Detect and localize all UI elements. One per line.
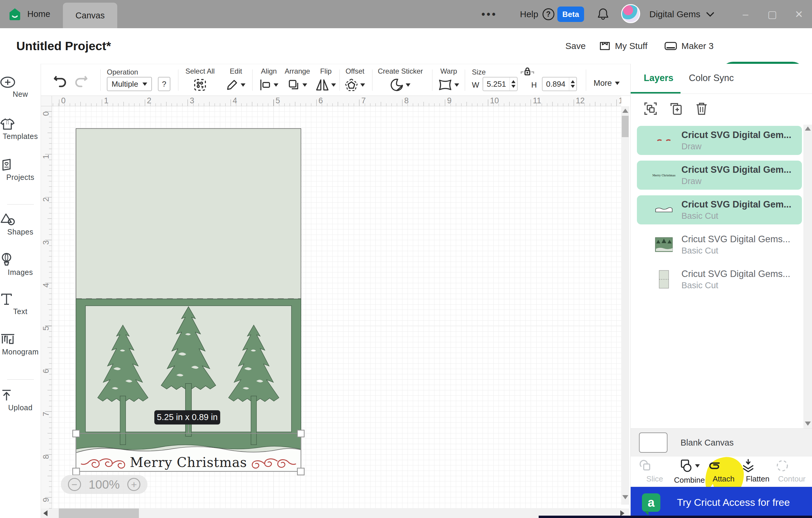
sidebar-item-label: Templates: [0, 132, 41, 141]
selection-handle-top-left[interactable]: [73, 430, 80, 437]
combine-icon: [679, 459, 693, 472]
warp-button[interactable]: Warp: [434, 67, 463, 92]
scroll-up-icon[interactable]: [805, 126, 811, 131]
sidebar-item-label: Text: [0, 307, 41, 316]
zoom-in-button[interactable]: +: [127, 478, 140, 491]
sidebar-item-templates[interactable]: Templates: [0, 118, 41, 141]
offset-button[interactable]: Offset: [341, 67, 369, 92]
width-input[interactable]: 5.251: [483, 77, 518, 91]
cricut-access-banner[interactable]: a Try Cricut Access for free: [631, 487, 812, 518]
sidebar-item-text[interactable]: Text: [0, 293, 41, 316]
layer-item[interactable]: Cricut SVG Digital Gems... Basic Cut: [637, 265, 802, 294]
help-button[interactable]: Help ?: [520, 0, 554, 28]
vertical-scrollbar[interactable]: [621, 106, 629, 505]
horizontal-scrollbar-thumb[interactable]: [59, 509, 139, 518]
operation-value: Multiple: [112, 80, 138, 89]
layer-item[interactable]: Cricut SVG Digital Gems... Basic Cut: [637, 230, 802, 259]
select-all-icon: [183, 78, 216, 92]
undo-button[interactable]: [53, 73, 67, 87]
layer-item[interactable]: Merry Christmas Cricut SVG Digital Gem..…: [637, 161, 802, 190]
notifications-bell-icon[interactable]: [596, 7, 610, 21]
home-tab[interactable]: Home: [8, 0, 50, 28]
height-input[interactable]: 0.894: [542, 77, 577, 91]
window-maximize-button[interactable]: ▢: [763, 0, 781, 28]
window-minimize-button[interactable]: –: [736, 0, 754, 28]
height-stepper[interactable]: [569, 78, 576, 90]
attach-button[interactable]: Attach: [707, 459, 740, 484]
my-stuff-button[interactable]: My Stuff: [599, 28, 647, 64]
zoom-out-button[interactable]: −: [68, 478, 81, 491]
more-button[interactable]: More: [593, 76, 620, 90]
ruler-number: 5: [41, 326, 51, 369]
machine-icon: [664, 40, 677, 52]
edit-button[interactable]: Edit: [223, 67, 249, 92]
tab-color-sync[interactable]: Color Sync: [689, 73, 734, 83]
layer-operation: Basic Cut: [682, 246, 790, 256]
sidebar-item-projects[interactable]: Projects: [0, 158, 41, 182]
operation-help-button[interactable]: ?: [158, 77, 170, 91]
sidebar-item-images[interactable]: Images: [0, 253, 41, 277]
window-close-button[interactable]: ✕: [790, 0, 808, 28]
width-label: W: [472, 81, 479, 90]
select-all-button[interactable]: Select All: [183, 67, 216, 92]
sidebar-item-upload[interactable]: Upload: [0, 388, 41, 412]
size-lock-icon[interactable]: [521, 66, 534, 77]
card-design-selection[interactable]: Merry Christmas 5.25 in x 0.89 in: [70, 123, 307, 483]
slice-label: Slice: [638, 474, 671, 484]
sidebar-item-new[interactable]: New: [0, 76, 41, 98]
group-select-icon[interactable]: [644, 102, 657, 115]
create-sticker-label: Create Sticker: [375, 67, 426, 76]
scroll-right-icon[interactable]: [620, 510, 625, 516]
ruler-corner: [41, 96, 52, 106]
dropdown-caret-icon: [142, 83, 147, 86]
layer-item[interactable]: Cricut SVG Digital Gem... Basic Cut: [637, 195, 802, 224]
templates-icon: [0, 118, 15, 130]
new-icon: [0, 76, 16, 88]
vertical-ruler: 0123456789: [41, 106, 52, 509]
selection-handle-top-right[interactable]: [297, 430, 304, 437]
scroll-down-icon[interactable]: [805, 422, 811, 426]
flatten-button[interactable]: Flatten: [742, 459, 774, 484]
redo-button[interactable]: [74, 73, 88, 87]
panel-scrollbar[interactable]: [803, 125, 812, 428]
sidebar-item-shapes[interactable]: Shapes: [0, 213, 41, 236]
horizontal-ruler: 012345678910111213: [52, 96, 621, 106]
projects-icon: [0, 158, 13, 171]
tab-layers[interactable]: Layers: [644, 73, 673, 83]
duplicate-icon[interactable]: [669, 102, 683, 115]
ruler-number: 0: [41, 111, 51, 154]
layer-item[interactable]: Cricut SVG Digital Gem... Draw: [637, 126, 802, 155]
vertical-scrollbar-thumb[interactable]: [622, 116, 629, 137]
scroll-up-icon[interactable]: [622, 109, 628, 113]
scroll-left-icon[interactable]: [43, 510, 48, 516]
flip-button[interactable]: Flip: [313, 67, 338, 92]
align-button[interactable]: Align: [255, 67, 283, 92]
save-button[interactable]: Save: [566, 28, 585, 64]
width-stepper[interactable]: [510, 78, 517, 90]
arrange-button[interactable]: Arrange: [282, 67, 313, 92]
delete-icon[interactable]: [695, 102, 708, 115]
machine-select-button[interactable]: Maker 3: [664, 28, 714, 64]
blank-canvas-row[interactable]: Blank Canvas: [631, 428, 812, 457]
ruler-number: 4: [231, 96, 273, 105]
merry-christmas-text[interactable]: Merry Christmas: [130, 455, 247, 470]
overflow-menu-icon[interactable]: •••: [482, 0, 497, 28]
layer-title: Cricut SVG Digital Gems...: [682, 269, 790, 279]
operation-label: Operation: [107, 68, 138, 76]
selection-handle-bottom-right[interactable]: [297, 468, 304, 475]
create-sticker-button[interactable]: Create Sticker: [375, 67, 426, 92]
canvas-tab[interactable]: Canvas: [63, 3, 117, 28]
ruler-number: 8: [402, 96, 445, 105]
account-menu[interactable]: Digital Gems: [649, 0, 715, 28]
avatar[interactable]: [621, 4, 640, 23]
sidebar-item-monogram[interactable]: Monogram: [0, 333, 41, 356]
project-title: Untitled Project*: [16, 28, 111, 64]
height-value: 0.894: [543, 78, 569, 90]
combine-button[interactable]: Combine: [673, 459, 706, 485]
scroll-down-icon[interactable]: [622, 495, 628, 499]
ruler-number: 9: [41, 497, 51, 509]
selection-handle-bottom-left[interactable]: [73, 468, 80, 475]
operation-dropdown[interactable]: Multiple: [107, 77, 152, 91]
blank-canvas-swatch[interactable]: [639, 432, 667, 453]
ruler-number: 12: [574, 96, 617, 105]
